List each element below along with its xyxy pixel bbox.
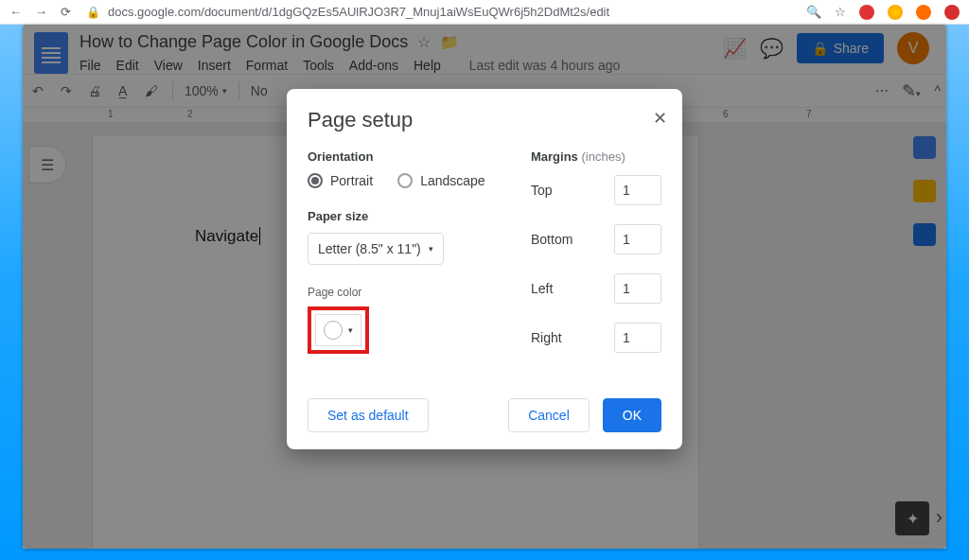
color-swatch-icon xyxy=(324,321,343,340)
margin-bottom-label: Bottom xyxy=(531,232,573,247)
paper-size-label: Paper size xyxy=(308,209,499,223)
orientation-label: Orientation xyxy=(308,149,499,164)
close-icon[interactable]: ✕ xyxy=(653,108,667,129)
browser-toolbar: ← → ⟳ 🔒 docs.google.com/document/d/1dgGQ… xyxy=(0,0,969,25)
orientation-portrait-radio[interactable]: Portrait xyxy=(308,173,373,188)
nav-back-icon[interactable]: ← xyxy=(9,5,22,19)
ext-icon-3[interactable] xyxy=(944,5,960,20)
nav-forward-icon[interactable]: → xyxy=(35,5,47,19)
bookmark-star-icon[interactable]: ☆ xyxy=(835,5,846,19)
radio-selected-icon xyxy=(308,173,323,188)
url-text: docs.google.com/document/d/1dgGQzEs5AUlR… xyxy=(108,5,609,19)
margin-right-input[interactable] xyxy=(614,323,661,353)
ext-icon-1[interactable] xyxy=(859,5,874,20)
set-as-default-button[interactable]: Set as default xyxy=(308,398,429,432)
radio-unselected-icon xyxy=(397,173,413,188)
chevron-down-icon: ▾ xyxy=(348,325,353,335)
ext-icon-2[interactable] xyxy=(888,5,903,20)
page-color-button[interactable]: ▾ xyxy=(315,314,361,346)
orientation-landscape-radio[interactable]: Landscape xyxy=(397,173,485,188)
page-color-highlight: ▾ xyxy=(308,306,369,354)
margin-bottom-input[interactable] xyxy=(614,224,661,254)
margins-label: Margins (inches) xyxy=(531,149,661,164)
paper-size-select[interactable]: Letter (8.5" x 11") ▾ xyxy=(308,233,444,265)
page-setup-dialog: Page setup ✕ Orientation Portrait Landsc… xyxy=(287,89,682,449)
page-color-label: Page color xyxy=(308,286,499,299)
nav-reload-icon[interactable]: ⟳ xyxy=(61,5,71,19)
profile-icon[interactable] xyxy=(916,5,931,20)
chevron-down-icon: ▾ xyxy=(429,244,433,254)
lock-icon: 🔒 xyxy=(86,6,100,19)
margin-left-label: Left xyxy=(531,281,553,296)
margin-top-input[interactable] xyxy=(614,175,661,205)
margin-top-label: Top xyxy=(531,183,553,198)
zoom-icon[interactable]: 🔍 xyxy=(806,5,821,19)
margin-left-input[interactable] xyxy=(614,273,661,304)
dialog-title: Page setup xyxy=(308,108,661,132)
margin-right-label: Right xyxy=(531,330,562,345)
cancel-button[interactable]: Cancel xyxy=(508,398,590,432)
address-bar[interactable]: 🔒 docs.google.com/document/d/1dgGQzEs5AU… xyxy=(86,5,791,19)
ok-button[interactable]: OK xyxy=(603,398,661,432)
